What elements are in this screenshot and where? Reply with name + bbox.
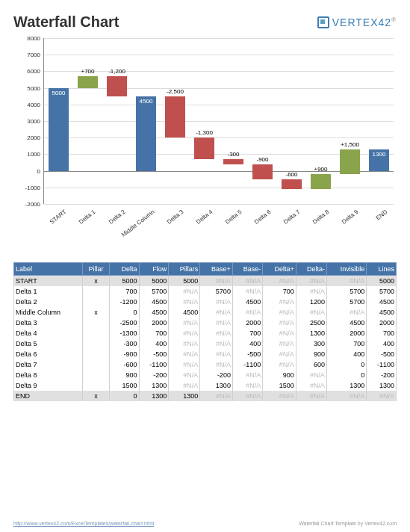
cell: Delta 9 [14, 380, 83, 391]
cell: #N/A [169, 338, 200, 349]
cell: #N/A [263, 359, 296, 370]
bar-value-label: -1,300 [196, 129, 213, 136]
cell: Delta 5 [14, 338, 83, 349]
y-tick: 1000 [27, 151, 40, 158]
y-tick: 0 [37, 167, 40, 174]
bar-down: -1,300 [194, 137, 214, 159]
y-tick: 2000 [27, 134, 40, 141]
bar-up: +900 [311, 174, 331, 189]
cell: 5000 [367, 276, 397, 287]
bar-value-label: +700 [81, 68, 94, 75]
bar-value-label: 4500 [140, 98, 153, 105]
cell: 5700 [200, 286, 233, 297]
col-header: Flow [139, 263, 169, 276]
cell: #N/A [263, 349, 296, 359]
cell: 900 [263, 370, 296, 380]
cell [83, 286, 110, 297]
x-label: Delta 5 [224, 208, 243, 226]
bar-column: 4500 [136, 38, 156, 204]
cell: #N/A [200, 349, 233, 359]
cell: #N/A [296, 380, 326, 391]
cell: #N/A [232, 286, 262, 297]
cell: #N/A [296, 286, 326, 297]
cell: x [83, 391, 110, 401]
cell: -1300 [109, 328, 139, 338]
table-row: Delta 6-900-500#N/A#N/A-500#N/A900400-50… [14, 349, 397, 359]
col-header: Lines [367, 263, 397, 276]
cell: 1300 [139, 380, 169, 391]
cell: #N/A [232, 391, 262, 401]
table-row: Delta 17005700#N/A5700#N/A700#N/A5700570… [14, 286, 397, 297]
cell: #N/A [263, 297, 296, 307]
waterfall-chart: -2000-1000010002000300040005000600070008… [19, 38, 397, 240]
cell: 300 [296, 338, 326, 349]
table-row: STARTx500050005000#N/A#N/A#N/A#N/A#N/A50… [14, 276, 397, 287]
cell: 1500 [263, 380, 296, 391]
cell: 400 [232, 338, 262, 349]
cell: #N/A [169, 380, 200, 391]
cell: #N/A [232, 380, 262, 391]
cell: #N/A [200, 391, 233, 401]
cell: 5700 [326, 297, 366, 307]
cell: #N/A [263, 318, 296, 328]
bar-column: 5000 [49, 38, 69, 204]
cell: 2500 [296, 318, 326, 328]
cell: 700 [232, 328, 262, 338]
bar-column: +700 [78, 38, 98, 204]
table-row: Middle Columnx045004500#N/A#N/A#N/A#N/A#… [14, 307, 397, 318]
bar-column: -1,300 [194, 38, 214, 204]
cell [83, 380, 110, 391]
cell: #N/A [169, 349, 200, 359]
cell: 2000 [326, 328, 366, 338]
bar-down: -600 [282, 179, 302, 189]
table-row: Delta 2-12004500#N/A#N/A4500#N/A12005700… [14, 297, 397, 307]
col-header: Delta [109, 263, 139, 276]
cell: #N/A [200, 338, 233, 349]
brand-logo: VERTEX42® [317, 16, 397, 28]
footer-credit: Waterfall Chart Template by Vertex42.com [299, 521, 397, 526]
cell: 1300 [169, 391, 200, 401]
bar-value-label: +1,500 [341, 141, 359, 148]
col-header: Invisible [326, 263, 366, 276]
bar-column: +1,500 [340, 38, 360, 204]
x-label: Delta 3 [166, 208, 185, 226]
cell: #N/A [232, 276, 262, 287]
cell: Delta 7 [14, 359, 83, 370]
cell: 1500 [109, 380, 139, 391]
cell: Delta 4 [14, 328, 83, 338]
cell: 4500 [367, 307, 397, 318]
cell: 2000 [139, 318, 169, 328]
cell: #N/A [200, 359, 233, 370]
y-tick: 6000 [27, 68, 40, 75]
cell: 0 [109, 307, 139, 318]
cell: 5000 [139, 276, 169, 287]
x-label: Delta 9 [341, 208, 360, 226]
cell: 1300 [296, 328, 326, 338]
cell: Delta 8 [14, 370, 83, 380]
bar-column: -600 [282, 38, 302, 204]
bar-value-label: -300 [227, 151, 239, 158]
cell: 700 [109, 286, 139, 297]
cell: 0 [109, 391, 139, 401]
cell: 4500 [169, 307, 200, 318]
cell: -300 [109, 338, 139, 349]
footer-url: http://www.vertex42.com/ExcelTemplates/w… [13, 521, 154, 526]
cell: #N/A [200, 297, 233, 307]
cell: #N/A [296, 276, 326, 287]
cell: 5000 [169, 276, 200, 287]
cell [83, 370, 110, 380]
bar-down: -2,500 [165, 96, 185, 138]
bar-pillar: 5000 [49, 88, 69, 171]
cell: Delta 1 [14, 286, 83, 297]
logo-icon [317, 16, 329, 28]
cell: 1200 [296, 297, 326, 307]
cell: 700 [263, 286, 296, 297]
cell: #N/A [263, 276, 296, 287]
table-header-row: LabelPillarDeltaFlowPillarsBase+Base-Del… [14, 263, 397, 276]
cell: -500 [232, 349, 262, 359]
bar-column: -1,200 [107, 38, 127, 204]
x-axis: STARTDelta 1Delta 2Middle ColumnDelta 3D… [43, 204, 394, 240]
cell: #N/A [263, 328, 296, 338]
cell: #N/A [169, 359, 200, 370]
col-header: Base+ [200, 263, 233, 276]
